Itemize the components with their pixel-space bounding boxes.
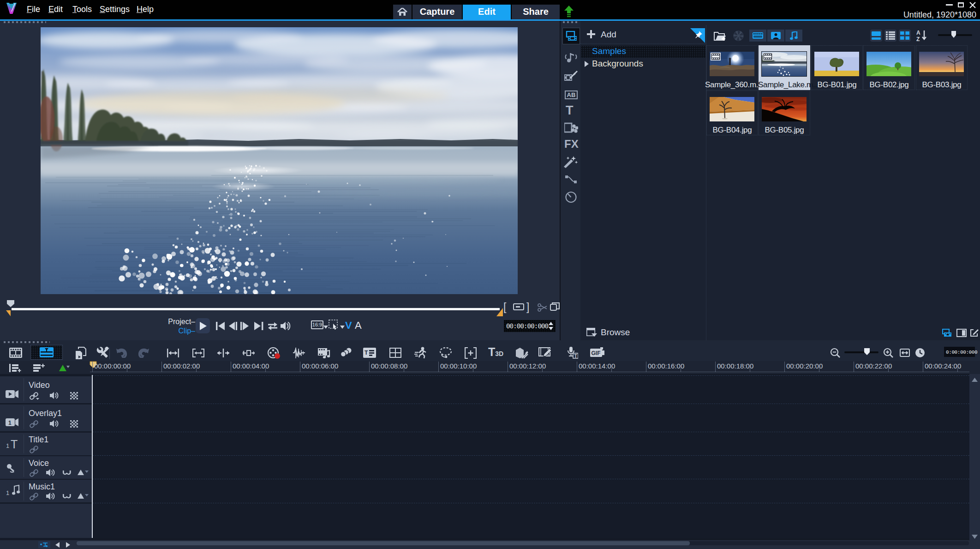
- svg-text:A: A: [916, 30, 920, 36]
- svg-text:Z: Z: [916, 36, 920, 42]
- svg-text:T: T: [365, 350, 368, 356]
- svg-text:1: 1: [8, 420, 12, 426]
- svg-text:T: T: [574, 354, 577, 359]
- svg-text:GIF: GIF: [592, 350, 601, 356]
